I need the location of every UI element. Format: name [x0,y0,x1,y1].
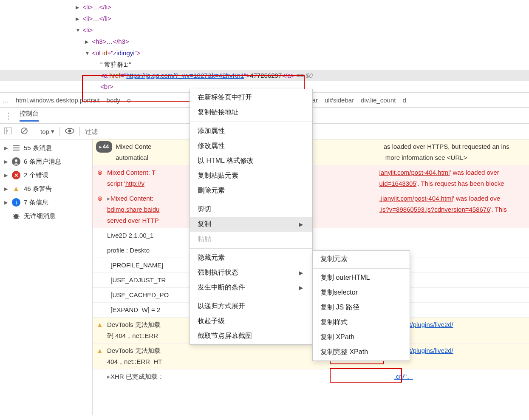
console-message[interactable]: ▸XHR 已完成加载： .cn/"。 [93,369,529,384]
message-text: tent/plugins/live2d/ [401,319,526,330]
chevron-down-icon: ▾ [51,128,54,135]
dom-node-li2[interactable]: ▶ <li>…</li> [0,13,529,25]
crumb-html[interactable]: html.windows.desktop.portrait [16,96,100,104]
menu-cut[interactable]: 剪切 [190,202,312,217]
message-text: ▸XHR 已完成加载： [107,371,239,382]
message-text: DevTools 无法加载404，net::ERR_HT [107,345,232,367]
expand-icon[interactable]: ▶ [85,36,90,47]
dom-node-ul[interactable]: ▼ <ul id="zidingyi"> [0,48,529,59]
submenu-copy-js-path[interactable]: 复制 JS 路径 [313,300,410,315]
sidebar-item-messages[interactable]: ▶ 55 条消息 [0,141,92,155]
divider [190,122,312,122]
info-icon: i [12,198,20,207]
chevron-right-icon: ▶ [299,270,303,276]
submenu-copy-outerhtml[interactable]: 复制 outerHTML [313,270,410,285]
dom-node-li1[interactable]: ▶ <li>…</li> [0,2,529,13]
error-icon: ✕ [12,171,20,179]
menu-collapse-children[interactable]: 收起子级 [190,314,312,329]
menu-force-state[interactable]: 强制执行状态▶ [190,265,312,280]
dom-node-h3[interactable]: ▶ <h3>…</h3> [0,36,529,48]
submenu-copy-xpath[interactable]: 复制 XPath [313,330,410,345]
expand-icon[interactable]: ▶ [76,13,81,24]
bug-icon [12,212,20,220]
collapse-icon[interactable]: ▼ [85,48,90,59]
expand-icon[interactable]: ▶ [4,186,8,192]
list-icon [12,144,20,152]
warning-icon: ▲ [96,319,104,330]
menu-delete[interactable]: 删除元素 [190,183,312,198]
crumb-sidebar-ul[interactable]: ul#sidebar [325,96,354,104]
context-submenu-copy[interactable]: 复制元素 复制 outerHTML 复制selector 复制 JS 路径 复制… [312,250,410,361]
sidebar-label: 2 个错误 [24,171,48,179]
console-sidebar: ▶ 55 条消息 ▶ 6 条用户消息 ▶ ✕ 2 个错误 ▶ ▲ [0,139,93,415]
tab-console[interactable]: 控制台 [20,110,39,122]
svg-line-3 [22,129,26,133]
message-text: Live2D 2.1.00_1 [107,230,526,241]
sidebar-item-verbose[interactable]: 无详细消息 [0,209,92,223]
submenu-copy-full-xpath[interactable]: 复制完整 XPath [313,345,410,360]
crumb-body[interactable]: body [107,96,121,104]
crumb-lie-count[interactable]: div.lie_count [361,96,396,104]
context-menu[interactable]: 在新标签页中打开 复制链接地址 添加属性 修改属性 以 HTML 格式修改 复制… [190,89,313,345]
sidebar-label: 46 条警告 [24,185,52,193]
chevron-right-icon: ▶ [299,285,303,291]
menu-paste: 粘贴 [190,232,312,247]
toggle-sidebar-icon[interactable] [3,127,14,136]
sidebar-item-warnings[interactable]: ▶ ▲ 46 条警告 [0,182,92,196]
breadcrumb-overflow[interactable]: … [3,96,9,104]
submenu-copy-styles[interactable]: 复制样式 [313,315,410,330]
crumb-cut3[interactable]: d [402,96,406,104]
context-label: top [40,128,49,135]
warning-icon: ▲ [96,345,104,356]
elements-panel[interactable]: ▶ <li>…</li> ▶ <li>…</li> ▼ <li> ▶ <h3>…… [0,0,529,92]
submenu-copy-element[interactable]: 复制元素 [313,252,410,267]
message-text: as loaded over HTTPS, but requested an i… [384,141,526,163]
crumb-cut1[interactable]: o [127,96,130,104]
warning-icon: ▲ [12,184,20,193]
kebab-icon[interactable]: ⋮ [4,111,13,121]
expand-icon[interactable]: ▶ [4,159,8,165]
menu-copy-submenu[interactable]: 复制▶ [190,217,312,232]
expand-icon[interactable]: ▶ [76,2,81,13]
error-icon: ⊗ [96,193,104,204]
sidebar-label: 55 条消息 [24,144,52,152]
clear-console-icon[interactable] [19,126,30,137]
collapse-icon[interactable]: ▼ [76,25,81,36]
svg-rect-0 [4,128,12,134]
svg-line-16 [17,218,19,219]
user-icon [12,157,20,166]
message-text: .cn/"。 [394,371,526,382]
dom-text-node[interactable]: " 常驻群1:" [0,59,529,70]
menu-break-on[interactable]: 发生中断的条件▶ [190,280,312,295]
sidebar-item-errors[interactable]: ▶ ✕ 2 个错误 [0,168,92,182]
dom-node-a-selected[interactable]: <a href="https://jq.qq.com/?_wv=1027&k=4… [0,70,529,81]
expand-icon[interactable]: ▶ [4,200,8,205]
sidebar-label: 7 条信息 [24,199,48,207]
menu-duplicate[interactable]: 复制粘贴元素 [190,168,312,183]
divider [313,268,410,269]
live-expression-icon[interactable] [65,127,74,136]
dom-node-li3[interactable]: ▼ <li> [0,25,529,36]
divider [190,200,312,200]
expand-icon[interactable]: ▶ [4,173,8,178]
menu-screenshot-node[interactable]: 截取节点屏幕截图 [190,329,312,343]
menu-hide[interactable]: 隐藏元素 [190,250,312,265]
context-selector[interactable]: top ▾ [40,128,54,135]
svg-point-5 [68,129,71,132]
menu-edit-html[interactable]: 以 HTML 格式修改 [190,153,312,168]
expand-icon[interactable]: ▶ [4,145,8,151]
menu-add-attr[interactable]: 添加属性 [190,124,312,139]
menu-expand-recursive[interactable]: 以递归方式展开 [190,299,312,314]
menu-open-new-tab[interactable]: 在新标签页中打开 [190,90,312,105]
divider [59,127,60,136]
console-message-warning[interactable]: ▲ DevTools 无法加载404，net::ERR_HT tent/plug… [93,343,529,369]
error-icon: ⊗ [96,167,104,178]
submenu-copy-selector[interactable]: 复制selector [313,285,410,300]
message-text: .jianyiit.com/post-404.html' was loaded … [379,193,526,215]
menu-edit-attr[interactable]: 修改属性 [190,139,312,153]
svg-point-9 [15,159,17,162]
sidebar-item-info[interactable]: ▶ i 7 条信息 [0,196,92,209]
sidebar-item-user[interactable]: ▶ 6 条用户消息 [0,155,92,168]
count-badge: 44 [96,141,112,153]
menu-copy-link[interactable]: 复制链接地址 [190,105,312,120]
